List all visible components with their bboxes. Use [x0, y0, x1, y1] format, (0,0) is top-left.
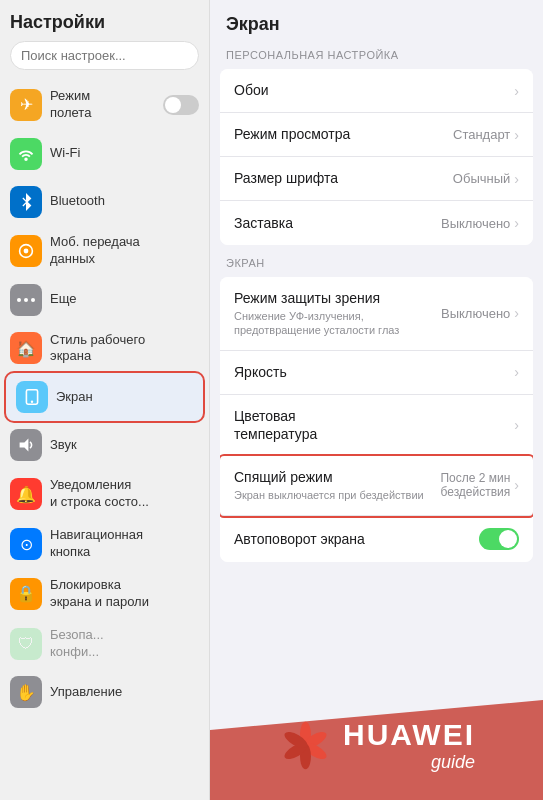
- screen-icon: [16, 381, 48, 413]
- sidebar-item-label: Еще: [50, 291, 76, 308]
- view-mode-label: Режим просмотра: [234, 125, 453, 143]
- brightness-label: Яркость: [234, 363, 514, 381]
- desktop-icon: 🏠: [10, 332, 42, 364]
- sidebar-item-desktop[interactable]: 🏠 Стиль рабочегоэкрана: [0, 324, 209, 374]
- sidebar-title: Настройки: [0, 0, 209, 41]
- sound-icon: [10, 429, 42, 461]
- autorotate-toggle[interactable]: [479, 528, 519, 550]
- svg-point-11: [300, 743, 311, 769]
- autorotate-row[interactable]: Автоповорот экрана: [220, 516, 533, 562]
- sidebar-item-label: Моб. передачаданных: [50, 234, 140, 268]
- sleep-mode-row[interactable]: Спящий режим Экран выключается при безде…: [220, 456, 533, 515]
- screensaver-value: Выключено: [441, 216, 510, 231]
- airplane-toggle[interactable]: [163, 95, 199, 115]
- svg-point-12: [282, 739, 310, 761]
- manage-icon: ✋: [10, 676, 42, 708]
- search-input[interactable]: [10, 41, 199, 70]
- sidebar: Настройки ✈ Режимполета Wi-Fi Bluetooth: [0, 0, 210, 800]
- eye-protection-sub: Снижение УФ-излучения, предотвращение ус…: [234, 309, 441, 338]
- brightness-row[interactable]: Яркость ›: [220, 351, 533, 395]
- more-icon: [10, 284, 42, 316]
- svg-point-8: [300, 721, 311, 747]
- sidebar-item-screen[interactable]: Экран: [6, 373, 203, 421]
- color-temp-row[interactable]: Цветоваятемпература ›: [220, 395, 533, 456]
- wallpaper-chevron: ›: [514, 83, 519, 99]
- sidebar-item-data[interactable]: Моб. передачаданных: [0, 226, 209, 276]
- wallpaper-label: Обои: [234, 81, 514, 99]
- brightness-chevron: ›: [514, 364, 519, 380]
- svg-point-4: [31, 298, 35, 302]
- svg-point-10: [301, 739, 329, 761]
- bluetooth-icon: [10, 186, 42, 218]
- font-size-chevron: ›: [514, 171, 519, 187]
- sidebar-item-label: Управление: [50, 684, 122, 701]
- view-mode-chevron: ›: [514, 127, 519, 143]
- sleep-sub: Экран выключается при бездействии: [234, 488, 430, 502]
- sidebar-item-label: Уведомленияи строка состо...: [50, 477, 149, 511]
- color-temp-chevron: ›: [514, 417, 519, 433]
- view-mode-value: Стандарт: [453, 127, 510, 142]
- sidebar-item-nav[interactable]: ⊙ Навигационнаякнопка: [0, 519, 209, 569]
- sidebar-item-airplane[interactable]: ✈ Режимполета: [0, 80, 209, 130]
- sidebar-item-label: Bluetooth: [50, 193, 105, 210]
- sidebar-item-label: Wi-Fi: [50, 145, 80, 162]
- nav-icon: ⊙: [10, 528, 42, 560]
- sidebar-item-bluetooth[interactable]: Bluetooth: [0, 178, 209, 226]
- lock-icon: 🔒: [10, 578, 42, 610]
- watermark-bg: [210, 700, 543, 800]
- sidebar-item-lock[interactable]: 🔒 Блокировкаэкрана и пароли: [0, 569, 209, 619]
- screensaver-label: Заставка: [234, 214, 441, 232]
- sidebar-item-security[interactable]: 🛡 Безопа...конфи...: [0, 619, 209, 669]
- eye-protection-value: Выключено: [441, 306, 510, 321]
- airplane-icon: ✈: [10, 89, 42, 121]
- wallpaper-row[interactable]: Обои ›: [220, 69, 533, 113]
- font-size-value: Обычный: [453, 171, 510, 186]
- sidebar-item-label: Экран: [56, 389, 93, 406]
- svg-point-1: [24, 248, 29, 253]
- view-mode-row[interactable]: Режим просмотра Стандарт ›: [220, 113, 533, 157]
- wifi-icon: [10, 138, 42, 170]
- sidebar-item-label: Звук: [50, 437, 77, 454]
- sidebar-item-manage[interactable]: ✋ Управление: [0, 668, 209, 716]
- screensaver-row[interactable]: Заставка Выключено ›: [220, 201, 533, 245]
- section-label-screen: ЭКРАН: [210, 249, 543, 273]
- font-size-row[interactable]: Размер шрифта Обычный ›: [220, 157, 533, 201]
- svg-point-9: [301, 728, 329, 750]
- sidebar-item-wifi[interactable]: Wi-Fi: [0, 130, 209, 178]
- sidebar-item-label: Режимполета: [50, 88, 91, 122]
- svg-point-2: [17, 298, 21, 302]
- eye-protection-label: Режим защиты зрения: [234, 289, 441, 307]
- svg-point-3: [24, 298, 28, 302]
- watermark-logo: HUAWEI guide: [268, 718, 485, 773]
- content-title: Экран: [210, 0, 543, 41]
- data-icon: [10, 235, 42, 267]
- personal-settings-group: Обои › Режим просмотра Стандарт › Размер…: [220, 69, 533, 245]
- screensaver-chevron: ›: [514, 215, 519, 231]
- sleep-label: Спящий режим: [234, 468, 430, 486]
- huawei-brand: HUAWEI: [343, 718, 475, 752]
- svg-marker-7: [20, 439, 29, 452]
- notif-icon: 🔔: [10, 478, 42, 510]
- sleep-value: После 2 мин бездействия: [430, 471, 510, 499]
- screen-settings-group: Режим защиты зрения Снижение УФ-излучени…: [220, 277, 533, 562]
- sidebar-item-sound[interactable]: Звук: [0, 421, 209, 469]
- svg-point-6: [31, 401, 33, 403]
- sidebar-item-more[interactable]: Еще: [0, 276, 209, 324]
- content-area: Экран ПЕРСОНАЛЬНАЯ НАСТРОЙКА Обои › Режи…: [210, 0, 543, 800]
- huawei-text: HUAWEI guide: [343, 718, 475, 773]
- sidebar-item-notifications[interactable]: 🔔 Уведомленияи строка состо...: [0, 469, 209, 519]
- huawei-guide: guide: [343, 752, 475, 773]
- svg-point-13: [282, 728, 310, 750]
- sidebar-item-label: Стиль рабочегоэкрана: [50, 332, 145, 366]
- sidebar-item-label: Навигационнаякнопка: [50, 527, 143, 561]
- section-label-personal: ПЕРСОНАЛЬНАЯ НАСТРОЙКА: [210, 41, 543, 65]
- sidebar-item-label: Блокировкаэкрана и пароли: [50, 577, 149, 611]
- security-icon: 🛡: [10, 628, 42, 660]
- sidebar-item-label: Безопа...конфи...: [50, 627, 104, 661]
- eye-protection-row[interactable]: Режим защиты зрения Снижение УФ-излучени…: [220, 277, 533, 351]
- sleep-chevron: ›: [514, 477, 519, 493]
- eye-protection-chevron: ›: [514, 305, 519, 321]
- huawei-logo-icon: [278, 718, 333, 773]
- autorotate-label: Автоповорот экрана: [234, 530, 479, 548]
- color-temp-label: Цветоваятемпература: [234, 407, 514, 443]
